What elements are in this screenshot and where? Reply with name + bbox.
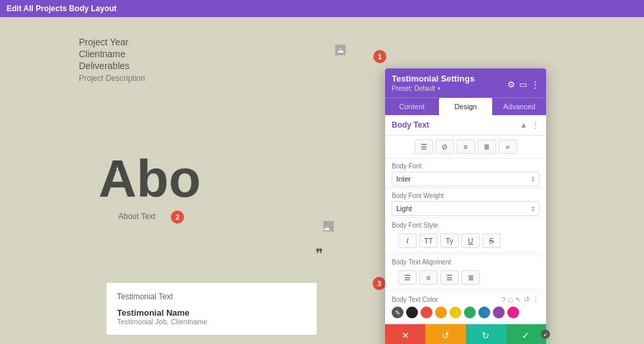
text-align-center-btn[interactable]: ≡ xyxy=(419,270,438,285)
resize-handle[interactable]: ↙ xyxy=(541,330,550,339)
image-placeholder-top-right xyxy=(335,45,346,55)
deliverables-text: Deliverables xyxy=(79,61,145,71)
body-font-select[interactable]: Inter Roboto Open Sans xyxy=(392,172,540,186)
text-align-left-btn[interactable]: ☰ xyxy=(398,270,417,285)
testimonial-card: Testimonial Text Testimonial Name Testim… xyxy=(106,283,317,335)
confirm-button[interactable]: ✓ xyxy=(506,324,546,344)
panel-minimize-icon[interactable]: ▭ xyxy=(519,80,527,89)
panel-preset[interactable]: Preset: Default ▾ xyxy=(392,84,474,95)
body-font-weight-select[interactable]: Light Regular Bold xyxy=(392,201,540,216)
panel-header-icons: ⚙ ▭ ⋮ xyxy=(507,80,540,89)
testimonial-text: Testimonial Text xyxy=(117,292,306,301)
top-bar: Edit All Projects Body Layout xyxy=(0,0,644,17)
testimonial-job: Testimonial Job, Clientname xyxy=(117,318,306,326)
clientname-text: Clientname xyxy=(79,49,145,59)
mid-section: Abo About Text 2 xyxy=(99,149,201,209)
tab-advanced[interactable]: Advanced xyxy=(492,98,546,115)
panel-header: Testimonial Settings Preset: Default ▾ ⚙… xyxy=(385,68,546,97)
about-text-label: About Text xyxy=(118,212,155,221)
align-row: ☰ ⊘ ≡ ≣ » xyxy=(385,135,546,159)
black-swatch[interactable] xyxy=(406,307,418,318)
tab-design[interactable]: Design xyxy=(439,98,493,115)
align-btn-5[interactable]: » xyxy=(499,139,517,154)
section-header: Body Text ▲ ⋮ xyxy=(385,115,546,135)
green-swatch[interactable] xyxy=(464,307,476,318)
quote-icon: ❞ xyxy=(315,246,323,263)
red-swatch[interactable] xyxy=(421,307,432,318)
panel-actions: ✕ ↺ ↻ ✓ xyxy=(385,324,546,344)
body-font-style-label: Body Font Style xyxy=(392,222,540,229)
section-title: Body Text xyxy=(392,120,429,130)
style-tt-btn[interactable]: TT xyxy=(419,233,438,248)
top-bar-label: Edit All Projects Body Layout xyxy=(7,4,117,13)
orange-swatch[interactable] xyxy=(435,307,447,318)
body-text-alignment-row: Body Text Alignment ☰ ≡ ☰ ≣ xyxy=(385,255,546,291)
body-font-style-row: Body Font Style I TT Ty U S xyxy=(385,218,546,255)
align-btn-3[interactable]: ≡ xyxy=(457,139,475,154)
style-ty-btn[interactable]: Ty xyxy=(440,233,459,248)
yellow-swatch[interactable] xyxy=(449,307,461,318)
section-more-icon[interactable]: ⋮ xyxy=(532,120,540,130)
purple-swatch[interactable] xyxy=(493,307,505,318)
canvas-area: Project Year Clientname Deliverables Pro… xyxy=(0,17,644,344)
panel-tabs: Content Design Advanced xyxy=(385,97,546,115)
section-collapse-icon[interactable]: ▲ xyxy=(520,120,528,130)
color-reset-icon[interactable]: ↺ xyxy=(524,295,530,304)
settings-panel: Testimonial Settings Preset: Default ▾ ⚙… xyxy=(385,68,546,344)
color-icons: ? □ ↖ ↺ ⋮ xyxy=(501,295,540,304)
body-text-alignment-label: Body Text Alignment xyxy=(392,258,540,266)
eyedropper-swatch[interactable]: ✎ xyxy=(392,307,403,318)
color-help-icon[interactable]: ? xyxy=(501,296,505,304)
blue-swatch[interactable] xyxy=(478,307,490,318)
badge-3: 3 xyxy=(373,277,386,290)
align-btn-4[interactable]: ≣ xyxy=(478,139,496,154)
badge-3-container: 3 xyxy=(373,277,386,290)
text-align-right-btn[interactable]: ☰ xyxy=(440,270,459,285)
testimonial-name: Testimonial Name xyxy=(117,308,306,318)
style-strikethrough-btn[interactable]: S xyxy=(482,233,501,248)
project-year-text: Project Year xyxy=(79,37,145,47)
body-font-weight-select-wrap: Light Regular Bold xyxy=(392,201,540,216)
align-btn-2[interactable]: ⊘ xyxy=(436,139,454,154)
section-header-icons: ▲ ⋮ xyxy=(520,120,540,130)
body-font-weight-row: Body Font Weight Light Regular Bold xyxy=(385,188,546,218)
tab-content[interactable]: Content xyxy=(385,98,439,115)
preset-label: Preset: Default xyxy=(392,85,435,92)
body-text-color-label: Body Text Color xyxy=(392,296,499,303)
cancel-button[interactable]: ✕ xyxy=(385,324,425,344)
image-placeholder-middle-right xyxy=(323,221,334,232)
project-description-text: Project Description xyxy=(79,74,145,83)
body-text-color-row: Body Text Color ? □ ↖ ↺ ⋮ xyxy=(385,291,546,305)
style-buttons: I TT Ty U S xyxy=(392,231,540,253)
pink-swatch[interactable] xyxy=(507,307,519,318)
body-font-select-wrap: Inter Roboto Open Sans xyxy=(392,172,540,186)
panel-title: Testimonial Settings xyxy=(392,74,474,84)
preset-caret: ▾ xyxy=(438,86,440,91)
text-align-justify-btn[interactable]: ≣ xyxy=(461,270,480,285)
reset-button[interactable]: ↺ xyxy=(425,324,465,344)
style-underline-btn[interactable]: U xyxy=(461,233,480,248)
body-font-row: Body Font Inter Roboto Open Sans xyxy=(385,159,546,188)
abo-text: Abo xyxy=(99,149,201,209)
panel-settings-icon[interactable]: ⚙ xyxy=(507,80,515,89)
badge-2: 2 xyxy=(171,210,184,224)
style-italic-btn[interactable]: I xyxy=(398,233,417,248)
left-content: Project Year Clientname Deliverables Pro… xyxy=(79,37,145,83)
body-font-weight-label: Body Font Weight xyxy=(392,192,540,199)
badge-1-container: 1 xyxy=(373,50,386,63)
color-box-icon[interactable]: □ xyxy=(508,296,513,304)
panel-body: Body Text ▲ ⋮ ☰ ⊘ ≡ ≣ » Body Font Inte xyxy=(385,115,546,324)
panel-more-icon[interactable]: ⋮ xyxy=(531,80,540,89)
align-btn-1[interactable]: ☰ xyxy=(415,139,433,154)
color-swatches-row: ✎ xyxy=(385,305,546,324)
text-align-buttons: ☰ ≡ ☰ ≣ xyxy=(392,268,540,289)
color-pipette-icon[interactable]: ↖ xyxy=(515,295,521,304)
body-font-label: Body Font xyxy=(392,162,540,170)
color-more-icon[interactable]: ⋮ xyxy=(532,295,540,304)
badge-1: 1 xyxy=(373,50,386,63)
redo-button[interactable]: ↻ xyxy=(466,324,506,344)
